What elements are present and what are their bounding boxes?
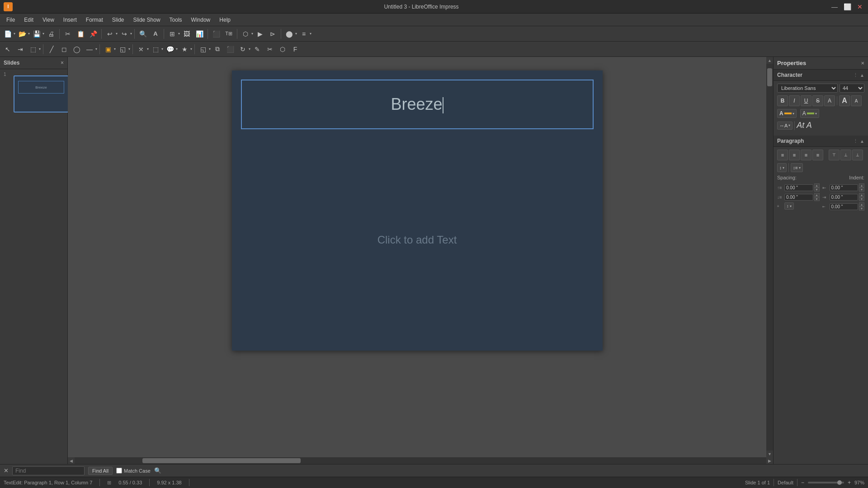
connector-tool[interactable]: ⤧ [135,43,147,55]
copy-button[interactable]: 📋 [75,28,86,40]
scroll-right-button[interactable]: ▶ [766,457,773,464]
paste-button[interactable]: 📌 [87,28,99,40]
vert-top-button[interactable]: ⊤ [829,150,840,160]
below-spacing-up[interactable]: ▲ [814,193,820,197]
align-right-button[interactable]: ≡ [801,150,811,160]
maximize-button[interactable]: ⬜ [843,2,852,11]
grow-text-button[interactable]: A [839,95,850,106]
table-dropdown-arrow[interactable]: ▾ [178,32,180,36]
above-spacing-down[interactable]: ▼ [814,188,820,192]
callout-dropdown[interactable]: ▾ [176,47,178,51]
fontwork-button[interactable]: F [289,43,301,55]
shapes-dropdown-arrow[interactable]: ▾ [295,32,297,36]
open-button[interactable]: 📂 [16,28,28,40]
font-size-select[interactable]: 44 [840,84,864,93]
underline-button[interactable]: U [801,95,811,106]
align-justify-button[interactable]: ≡ [812,150,823,160]
insert-chart-button[interactable]: 📊 [193,28,205,40]
menu-edit[interactable]: Edit [19,15,38,25]
stars-dropdown[interactable]: ▾ [190,47,192,51]
after-indent-up[interactable]: ▲ [859,193,864,197]
insert-table-button[interactable]: ⊞ [166,28,178,40]
shadow-button[interactable]: A [824,95,835,106]
scroll-thumb-v[interactable] [767,68,772,86]
shrink-text-button[interactable]: A [851,95,862,106]
stars-tool[interactable]: ★ [179,43,190,55]
tab-order-btn[interactable]: ⇥ [14,43,26,55]
line-tool[interactable]: ╱ [46,43,57,55]
fill-dropdown-arrow[interactable]: ▾ [114,47,116,51]
redo-dropdown-arrow[interactable]: ▾ [130,32,132,36]
menu-slide[interactable]: Slide [108,15,129,25]
layout-dropdown-arrow[interactable]: ▾ [251,32,253,36]
above-spacing-input[interactable] [784,184,813,191]
align-center-button[interactable]: ≡ [789,150,800,160]
view-button[interactable]: ⬚ [27,43,39,55]
slide-layout-button[interactable]: ⬡ [240,28,251,40]
flowchart-tool[interactable]: ⬚ [150,43,161,55]
align-dropdown-arrow[interactable]: ▾ [310,32,311,36]
group-button[interactable]: ⧉ [212,43,223,55]
rectangle-tool[interactable]: ◻ [58,43,70,55]
align-left-button[interactable]: ≡ [777,150,788,160]
firstline-up[interactable]: ▲ [859,202,864,206]
close-button[interactable]: ✕ [855,2,864,11]
menu-insert[interactable]: Insert [59,15,81,25]
zoom-thumb[interactable] [837,480,842,485]
menu-format[interactable]: Format [81,15,108,25]
callout-tool[interactable]: 💬 [164,43,176,55]
redo-button[interactable]: ↪ [118,28,130,40]
character-section-options-icon[interactable]: ⋮ [853,72,858,78]
connector-dropdown[interactable]: ▾ [147,47,149,51]
italic-button[interactable]: I [789,95,800,106]
para-spacing-arrow[interactable]: ▾ [799,166,801,170]
effects-button[interactable]: ◱ [197,43,209,55]
find-search-icon[interactable]: 🔍 [154,467,161,474]
rotate-button[interactable]: ↻ [237,43,249,55]
find-all-button[interactable]: Find All [88,467,113,475]
properties-panel-close-button[interactable]: × [861,60,864,66]
find-close-button[interactable]: ✕ [4,467,9,474]
presentation-button[interactable]: ▶ [254,28,266,40]
find-button[interactable]: 🔍 [137,28,149,40]
insert-image-button[interactable]: 🖼 [181,28,193,40]
edit-points-button[interactable]: ✎ [251,43,263,55]
menu-view[interactable]: View [38,15,59,25]
line-arrow-dropdown[interactable]: ▾ [95,47,97,51]
paragraph-section-collapse-icon[interactable]: ▲ [860,139,864,144]
scroll-track-h[interactable] [75,457,766,464]
new-button[interactable]: 📄 [2,28,14,40]
line-color-button[interactable]: ◱ [117,43,128,55]
shapes-button[interactable]: ⬤ [283,28,295,40]
scroll-left-button[interactable]: ◀ [68,457,75,464]
line-spacing-button[interactable]: ↕ ▾ [777,163,787,172]
view-dropdown-arrow[interactable]: ▾ [39,47,41,51]
above-spacing-up[interactable]: ▲ [814,183,820,188]
vert-bottom-button[interactable]: ⊥ [852,150,863,160]
undo-button[interactable]: ↩ [104,28,116,40]
line-spacing-arrow[interactable]: ▾ [783,166,784,170]
scroll-track-v[interactable] [766,64,773,450]
new-dropdown-arrow[interactable]: ▾ [14,32,15,36]
char-spacing-button[interactable]: ↔A ▾ [777,122,793,130]
line-color-dropdown[interactable]: ▾ [128,47,130,51]
rotate-dropdown[interactable]: ▾ [249,47,250,51]
after-indent-input[interactable] [830,194,859,201]
align-button[interactable]: ≡ [298,28,310,40]
find-input[interactable] [12,466,85,475]
cut-button[interactable]: ✂ [62,28,74,40]
character-section-header[interactable]: Character ⋮ ▲ [774,70,868,81]
effects-dropdown[interactable]: ▾ [209,47,211,51]
line-height-arrow[interactable]: ▾ [790,204,792,208]
below-spacing-input[interactable] [784,194,813,201]
slides-panel-close-button[interactable]: × [61,60,64,66]
bold-button[interactable]: B [777,95,788,106]
firstline-indent-input[interactable] [830,203,859,210]
before-indent-up[interactable]: ▲ [859,183,864,188]
zoom-in-button[interactable]: + [848,479,851,486]
scroll-up-button[interactable]: ▲ [766,57,773,64]
menu-help[interactable]: Help [215,15,235,25]
save-dropdown-arrow[interactable]: ▾ [42,32,44,36]
font-color-button[interactable]: A ▾ [777,109,797,118]
scroll-down-button[interactable]: ▼ [766,450,773,457]
